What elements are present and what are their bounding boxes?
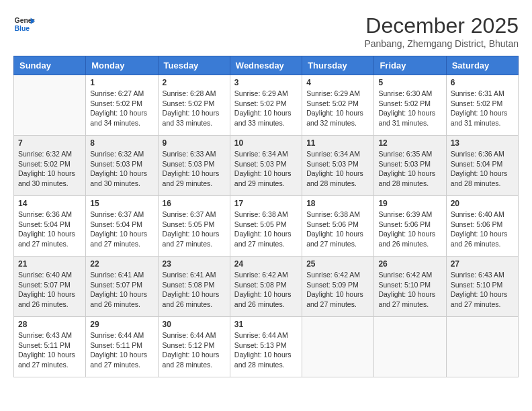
calendar-cell: 21Sunrise: 6:40 AMSunset: 5:07 PMDayligh… <box>14 257 86 317</box>
day-number: 23 <box>163 259 226 269</box>
day-number: 18 <box>306 199 369 208</box>
calendar-week-4: 21Sunrise: 6:40 AMSunset: 5:07 PMDayligh… <box>14 257 519 317</box>
day-number: 28 <box>18 320 81 329</box>
calendar-cell: 9Sunrise: 6:33 AMSunset: 5:03 PMDaylight… <box>158 136 230 196</box>
day-number: 4 <box>306 78 369 87</box>
day-number: 9 <box>163 138 226 148</box>
svg-text:Blue: Blue <box>15 25 30 32</box>
calendar-cell: 28Sunrise: 6:43 AMSunset: 5:11 PMDayligh… <box>14 317 86 377</box>
cell-info: Sunrise: 6:36 AMSunset: 5:04 PMDaylight:… <box>451 149 514 189</box>
cell-info: Sunrise: 6:40 AMSunset: 5:06 PMDaylight:… <box>451 210 514 249</box>
day-number: 19 <box>378 199 441 208</box>
cell-info: Sunrise: 6:27 AMSunset: 5:02 PMDaylight:… <box>90 89 153 128</box>
cell-info: Sunrise: 6:37 AMSunset: 5:05 PMDaylight:… <box>163 210 226 249</box>
calendar-cell: 26Sunrise: 6:42 AMSunset: 5:10 PMDayligh… <box>374 257 446 317</box>
cell-info: Sunrise: 6:37 AMSunset: 5:04 PMDaylight:… <box>90 210 153 249</box>
cell-info: Sunrise: 6:42 AMSunset: 5:09 PMDaylight:… <box>306 270 369 310</box>
calendar-cell: 31Sunrise: 6:44 AMSunset: 5:13 PMDayligh… <box>230 317 302 377</box>
calendar-cell <box>374 317 446 377</box>
cell-info: Sunrise: 6:34 AMSunset: 5:03 PMDaylight:… <box>306 149 369 189</box>
day-number: 17 <box>234 199 298 208</box>
page-header: General Blue December 2025 Panbang, Zhem… <box>13 13 519 49</box>
calendar-cell: 7Sunrise: 6:32 AMSunset: 5:02 PMDaylight… <box>14 136 86 196</box>
day-number: 26 <box>378 259 441 269</box>
day-number: 12 <box>378 138 441 148</box>
calendar-week-1: 1Sunrise: 6:27 AMSunset: 5:02 PMDaylight… <box>14 75 519 136</box>
cell-info: Sunrise: 6:43 AMSunset: 5:10 PMDaylight:… <box>451 270 514 310</box>
day-number: 7 <box>18 138 81 148</box>
cell-info: Sunrise: 6:36 AMSunset: 5:04 PMDaylight:… <box>18 210 81 249</box>
month-title: December 2025 <box>364 13 519 38</box>
cell-info: Sunrise: 6:41 AMSunset: 5:07 PMDaylight:… <box>90 270 153 310</box>
cell-info: Sunrise: 6:38 AMSunset: 5:05 PMDaylight:… <box>234 210 298 249</box>
day-number: 24 <box>234 259 298 269</box>
calendar-cell: 15Sunrise: 6:37 AMSunset: 5:04 PMDayligh… <box>86 196 158 257</box>
header-row: SundayMondayTuesdayWednesdayThursdayFrid… <box>14 56 519 75</box>
cell-info: Sunrise: 6:44 AMSunset: 5:12 PMDaylight:… <box>163 330 226 370</box>
day-number: 29 <box>90 320 153 329</box>
logo-icon: General Blue <box>13 13 35 35</box>
cell-info: Sunrise: 6:28 AMSunset: 5:02 PMDaylight:… <box>163 89 226 128</box>
day-number: 6 <box>451 78 514 87</box>
calendar-week-5: 28Sunrise: 6:43 AMSunset: 5:11 PMDayligh… <box>14 317 519 377</box>
cell-info: Sunrise: 6:39 AMSunset: 5:06 PMDaylight:… <box>378 210 441 249</box>
calendar-cell <box>14 75 86 136</box>
cell-info: Sunrise: 6:40 AMSunset: 5:07 PMDaylight:… <box>18 270 81 310</box>
calendar-cell: 29Sunrise: 6:44 AMSunset: 5:11 PMDayligh… <box>86 317 158 377</box>
day-number: 8 <box>90 138 153 148</box>
calendar-cell <box>446 317 518 377</box>
calendar-cell: 5Sunrise: 6:30 AMSunset: 5:02 PMDaylight… <box>374 75 446 136</box>
day-number: 21 <box>18 259 81 269</box>
column-header-monday: Monday <box>86 56 158 75</box>
cell-info: Sunrise: 6:33 AMSunset: 5:03 PMDaylight:… <box>163 149 226 189</box>
calendar-cell: 17Sunrise: 6:38 AMSunset: 5:05 PMDayligh… <box>230 196 302 257</box>
day-number: 27 <box>451 259 514 269</box>
calendar-cell: 19Sunrise: 6:39 AMSunset: 5:06 PMDayligh… <box>374 196 446 257</box>
calendar-cell: 10Sunrise: 6:34 AMSunset: 5:03 PMDayligh… <box>230 136 302 196</box>
calendar-cell: 1Sunrise: 6:27 AMSunset: 5:02 PMDaylight… <box>86 75 158 136</box>
column-header-thursday: Thursday <box>302 56 374 75</box>
calendar-cell: 30Sunrise: 6:44 AMSunset: 5:12 PMDayligh… <box>158 317 230 377</box>
calendar-cell: 6Sunrise: 6:31 AMSunset: 5:02 PMDaylight… <box>446 75 518 136</box>
cell-info: Sunrise: 6:38 AMSunset: 5:06 PMDaylight:… <box>306 210 369 249</box>
calendar-cell: 16Sunrise: 6:37 AMSunset: 5:05 PMDayligh… <box>158 196 230 257</box>
cell-info: Sunrise: 6:43 AMSunset: 5:11 PMDaylight:… <box>18 330 81 370</box>
day-number: 22 <box>90 259 153 269</box>
column-header-saturday: Saturday <box>446 56 518 75</box>
title-section: December 2025 Panbang, Zhemgang District… <box>364 13 519 49</box>
day-number: 11 <box>306 138 369 148</box>
day-number: 15 <box>90 199 153 208</box>
calendar-week-2: 7Sunrise: 6:32 AMSunset: 5:02 PMDaylight… <box>14 136 519 196</box>
cell-info: Sunrise: 6:34 AMSunset: 5:03 PMDaylight:… <box>234 149 298 189</box>
day-number: 2 <box>163 78 226 87</box>
cell-info: Sunrise: 6:29 AMSunset: 5:02 PMDaylight:… <box>306 89 369 128</box>
calendar-cell: 14Sunrise: 6:36 AMSunset: 5:04 PMDayligh… <box>14 196 86 257</box>
cell-info: Sunrise: 6:31 AMSunset: 5:02 PMDaylight:… <box>451 89 514 128</box>
calendar-cell: 23Sunrise: 6:41 AMSunset: 5:08 PMDayligh… <box>158 257 230 317</box>
calendar-cell: 4Sunrise: 6:29 AMSunset: 5:02 PMDaylight… <box>302 75 374 136</box>
column-header-friday: Friday <box>374 56 446 75</box>
cell-info: Sunrise: 6:32 AMSunset: 5:02 PMDaylight:… <box>18 149 81 189</box>
calendar-cell: 27Sunrise: 6:43 AMSunset: 5:10 PMDayligh… <box>446 257 518 317</box>
cell-info: Sunrise: 6:35 AMSunset: 5:03 PMDaylight:… <box>378 149 441 189</box>
calendar-cell <box>302 317 374 377</box>
column-header-tuesday: Tuesday <box>158 56 230 75</box>
cell-info: Sunrise: 6:42 AMSunset: 5:10 PMDaylight:… <box>378 270 441 310</box>
day-number: 13 <box>451 138 514 148</box>
calendar-cell: 2Sunrise: 6:28 AMSunset: 5:02 PMDaylight… <box>158 75 230 136</box>
calendar-cell: 8Sunrise: 6:32 AMSunset: 5:03 PMDaylight… <box>86 136 158 196</box>
day-number: 5 <box>378 78 441 87</box>
calendar-cell: 24Sunrise: 6:42 AMSunset: 5:08 PMDayligh… <box>230 257 302 317</box>
calendar-cell: 25Sunrise: 6:42 AMSunset: 5:09 PMDayligh… <box>302 257 374 317</box>
cell-info: Sunrise: 6:29 AMSunset: 5:02 PMDaylight:… <box>234 89 298 128</box>
location: Panbang, Zhemgang District, Bhutan <box>364 38 519 49</box>
cell-info: Sunrise: 6:44 AMSunset: 5:13 PMDaylight:… <box>234 330 298 370</box>
logo: General Blue <box>13 13 35 35</box>
cell-info: Sunrise: 6:42 AMSunset: 5:08 PMDaylight:… <box>234 270 298 310</box>
cell-info: Sunrise: 6:44 AMSunset: 5:11 PMDaylight:… <box>90 330 153 370</box>
calendar-week-3: 14Sunrise: 6:36 AMSunset: 5:04 PMDayligh… <box>14 196 519 257</box>
day-number: 16 <box>163 199 226 208</box>
calendar-cell: 18Sunrise: 6:38 AMSunset: 5:06 PMDayligh… <box>302 196 374 257</box>
cell-info: Sunrise: 6:41 AMSunset: 5:08 PMDaylight:… <box>163 270 226 310</box>
calendar-cell: 12Sunrise: 6:35 AMSunset: 5:03 PMDayligh… <box>374 136 446 196</box>
